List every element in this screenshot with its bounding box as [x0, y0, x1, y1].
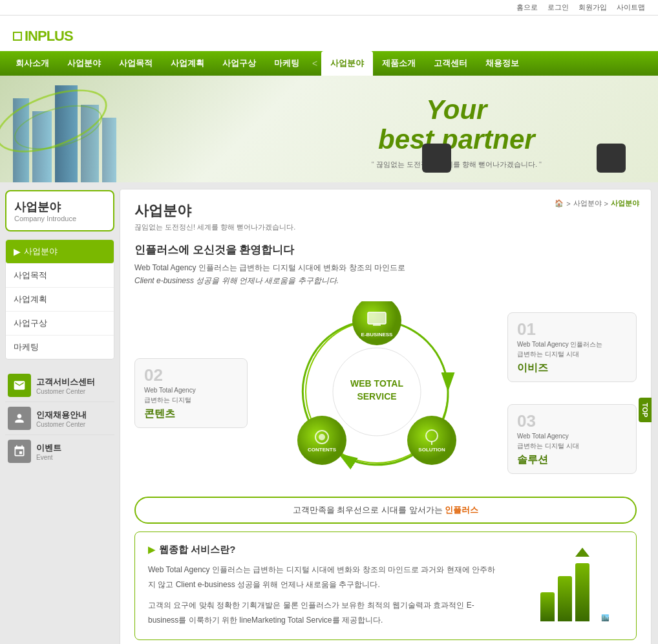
breadcrumb: 🏠 > 사업분야 > 사업분야	[555, 199, 639, 208]
sidebar-menu-item-2[interactable]: 사업계획	[6, 288, 114, 312]
cta-bar[interactable]: 고객만족을 최우선으로 시대를 앞서가는 인플러스	[134, 497, 637, 524]
welcome-desc: Web Total Agency 인플러스는 급변하는 디지털 시대에 변화와 …	[134, 261, 637, 288]
hero-title: Your best partner	[372, 95, 542, 155]
nav-item-plan[interactable]: 사업계획	[162, 51, 213, 76]
nav-item-company[interactable]: 회사소개	[6, 51, 58, 76]
customer-icon	[8, 374, 31, 397]
speaker-left	[422, 144, 451, 173]
breadcrumb-home: 🏠	[555, 199, 564, 208]
top-button[interactable]: TOP	[639, 398, 652, 422]
hero-buildings	[0, 76, 142, 182]
sidebar-link-event[interactable]: 이벤트 Event	[5, 435, 114, 467]
bottom-title: ▶ 웹종합 서비스란?	[148, 544, 496, 556]
svg-text:SERVICE: SERVICE	[357, 391, 396, 402]
nav-item-business2[interactable]: 사업분야	[321, 51, 373, 76]
sidebar-link-recruit-text: 인재채용안내 Customer Center	[36, 409, 87, 428]
header: INPLUS	[0, 16, 658, 51]
sidebar-menu-item-1[interactable]: 사업목적	[6, 264, 114, 288]
svg-text:SOLUTION: SOLUTION	[418, 447, 445, 453]
diagram-area: 02 Web Total Agency 급변하는 디지털 콘텐츠 01 Web …	[134, 299, 637, 487]
hero-banner: Your best partner " 끊임없는 도전정신! 세계를 향해 뻗어…	[0, 76, 658, 182]
sidebar: 사업분야 Company Introduce ▶ 사업분야 사업목적 사업계획 …	[0, 182, 120, 644]
nav-item-customer[interactable]: 고객센터	[425, 51, 476, 76]
event-icon	[8, 440, 31, 463]
main-content: 🏠 > 사업분야 > 사업분야 사업분야 끊임없는 도전정신! 세계를 향해 뻗…	[120, 189, 652, 644]
bottom-section: ▶ 웹종합 서비스란? Web Total Agency 인플러스는 급변하는 …	[134, 531, 637, 640]
nav-item-concept[interactable]: 사업구상	[213, 51, 265, 76]
nav-item-business1[interactable]: 사업분야	[58, 51, 110, 76]
nav-item-marketing[interactable]: 마케팅	[265, 51, 308, 76]
info-box-01: 01 Web Total Agency 인플러스는 급변하는 디지털 시대 이비…	[507, 312, 637, 382]
bottom-text: ▶ 웹종합 서비스란? Web Total Agency 인플러스는 급변하는 …	[148, 544, 496, 628]
svg-point-15	[407, 416, 456, 465]
diagram-svg: WEB TOTAL SERVICE E-BUSINESS CONTENTS	[286, 301, 467, 485]
bottom-body2: 고객의 요구에 맞춰 정확한 기획개발은 물론 인플러스가 보유한 최적의 웹기…	[148, 598, 496, 628]
svg-text:WEB TOTAL: WEB TOTAL	[350, 378, 403, 389]
breadcrumb-item1: 사업분야	[573, 199, 602, 208]
sidebar-link-customer[interactable]: 고객서비스센터 Customer Center	[5, 369, 114, 402]
sidebar-title-english: Company Introduce	[14, 215, 105, 222]
sidebar-menu-item-4[interactable]: 마케팅	[6, 336, 114, 359]
breadcrumb-item2: 사업분야	[611, 199, 639, 208]
svg-text:E-BUSINESS: E-BUSINESS	[361, 332, 393, 338]
nav-separator: <	[308, 58, 321, 69]
logo-icon	[13, 32, 22, 41]
nav-item-purpose[interactable]: 사업목적	[110, 51, 162, 76]
nav-login[interactable]: 로그인	[547, 3, 569, 11]
nav-home[interactable]: 홈으로	[516, 3, 538, 11]
sidebar-title-box: 사업분야 Company Introduce	[5, 190, 114, 231]
svg-rect-9	[373, 324, 381, 326]
main-nav: 회사소개 사업분야 사업목적 사업계획 사업구상 마케팅 < 사업분야 제품소개…	[0, 51, 658, 76]
nav-item-recruit[interactable]: 채용정보	[476, 51, 528, 76]
sidebar-menu-item-3[interactable]: 사업구상	[6, 312, 114, 336]
cta-highlight: 인플러스	[445, 505, 478, 515]
bottom-body1: Web Total Agency 인플러스는 급변하는 디지털 시대에 변화와 …	[148, 563, 496, 592]
content-wrapper: 사업분야 Company Introduce ▶ 사업분야 사업목적 사업계획 …	[0, 182, 658, 644]
sidebar-link-customer-text: 고객서비스센터 Customer Center	[36, 376, 95, 395]
sidebar-links: 고객서비스센터 Customer Center 인재채용안내 Customer …	[5, 369, 114, 467]
recruit-icon	[8, 407, 31, 430]
sidebar-menu: ▶ 사업분야 사업목적 사업계획 사업구상 마케팅	[5, 239, 114, 360]
logo: INPLUS	[13, 28, 90, 45]
sidebar-link-event-text: 이벤트 Event	[36, 442, 61, 461]
sidebar-title-korean: 사업분야	[14, 199, 105, 215]
sidebar-link-recruit[interactable]: 인재채용안내 Customer Center	[5, 402, 114, 435]
svg-rect-8	[368, 312, 386, 324]
top-bar: 홈으로 로그인 회원가입 사이트맵	[0, 0, 658, 16]
sidebar-menu-item-0[interactable]: ▶ 사업분야	[6, 240, 114, 264]
nav-register[interactable]: 회원가입	[578, 3, 607, 11]
info-box-03: 03 Web Total Agency 급변하는 디지털 시대 솔루션	[507, 404, 637, 474]
page-subtitle: 끊임없는 도전정신! 세계를 향해 뻗어나가겠습니다.	[134, 222, 637, 232]
info-box-02: 02 Web Total Agency 급변하는 디지털 콘텐츠	[134, 358, 248, 428]
svg-text:CONTENTS: CONTENTS	[308, 447, 337, 453]
hero-subtitle: " 끊임없는 도전정신! 세계를 향해 뻗어나가겠습니다. "	[372, 160, 542, 169]
hero-content: Your best partner " 끊임없는 도전정신! 세계를 향해 뻗어…	[372, 95, 542, 169]
nav-item-products[interactable]: 제품소개	[373, 51, 425, 76]
logo-text: INPLUS	[25, 28, 73, 45]
svg-point-13	[319, 434, 325, 440]
nav-sitemap[interactable]: 사이트맵	[617, 3, 645, 11]
welcome-title: 인플러스에 오신것을 환영합니다	[134, 242, 637, 257]
bottom-chart: 🏙️	[507, 544, 623, 628]
speaker-right	[597, 144, 626, 173]
